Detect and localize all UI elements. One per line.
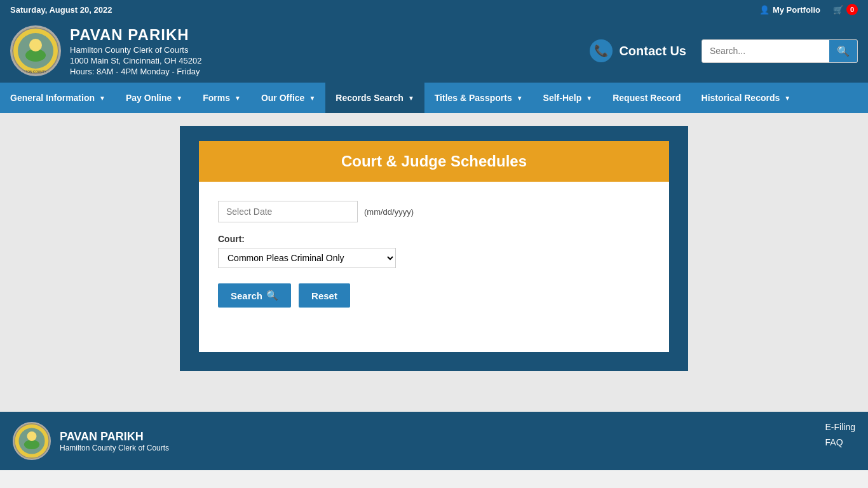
search-bar: 🔍 <box>702 39 858 63</box>
date-group: (mm/dd/yyyy) <box>218 201 650 222</box>
svg-text:HAMILTON COUNTY OHIO: HAMILTON COUNTY OHIO <box>16 70 56 74</box>
portfolio-link[interactable]: 👤 My Portfolio <box>759 5 820 15</box>
footer-logo <box>13 422 51 460</box>
svg-point-7 <box>24 440 39 449</box>
site-name: PAVAN PARIKH <box>70 26 201 44</box>
cart-badge: 0 <box>846 4 858 15</box>
footer-link-efiling[interactable]: E-Filing <box>825 422 855 432</box>
chevron-down-icon: ▼ <box>408 95 414 102</box>
nav-pay-online[interactable]: Pay Online ▼ <box>116 83 193 113</box>
footer-link-faq[interactable]: FAQ <box>825 437 855 447</box>
svg-point-8 <box>27 431 37 441</box>
portfolio-label: My Portfolio <box>773 5 820 15</box>
chevron-down-icon: ▼ <box>586 95 592 102</box>
btn-row: Search 🔍 Reset <box>218 283 650 308</box>
date-display: Saturday, August 20, 2022 <box>10 5 112 15</box>
reset-button[interactable]: Reset <box>299 283 350 308</box>
chevron-down-icon: ▼ <box>784 95 790 102</box>
footer-right: E-Filing FAQ <box>825 422 855 447</box>
main-content: Court & Judge Schedules (mm/dd/yyyy) Cou… <box>0 113 868 412</box>
date-format-hint: (mm/dd/yyyy) <box>364 207 414 217</box>
content-card: Court & Judge Schedules (mm/dd/yyyy) Cou… <box>180 126 688 371</box>
reset-button-label: Reset <box>311 290 337 301</box>
phone-icon: 📞 <box>590 39 613 62</box>
org-line1: Hamilton County Clerk of Courts <box>70 45 201 55</box>
nav-titles-passports[interactable]: Titles & Passports ▼ <box>424 83 533 113</box>
footer-left: PAVAN PARIKH Hamilton County Clerk of Co… <box>13 422 169 460</box>
footer-org-line: Hamilton County Clerk of Courts <box>60 444 169 452</box>
org-line3: Hours: 8AM - 4PM Monday - Friday <box>70 67 201 76</box>
chevron-down-icon: ▼ <box>234 95 241 102</box>
header: HAMILTON COUNTY OHIO PAVAN PARIKH Hamilt… <box>0 19 868 83</box>
org-line2: 1000 Main St, Cincinnati, OH 45202 <box>70 56 201 65</box>
footer-site-name: PAVAN PARIKH <box>60 430 169 444</box>
nav-our-office[interactable]: Our Office ▼ <box>251 83 325 113</box>
card-body: (mm/dd/yyyy) Court: Common Pleas Crimina… <box>199 182 669 333</box>
top-bar: Saturday, August 20, 2022 👤 My Portfolio… <box>0 0 868 19</box>
main-nav: General Information ▼ Pay Online ▼ Forms… <box>0 83 868 113</box>
contact-label: Contact Us <box>619 44 686 58</box>
svg-point-3 <box>29 39 42 51</box>
chevron-down-icon: ▼ <box>176 95 182 102</box>
nav-self-help[interactable]: Self-Help ▼ <box>533 83 603 113</box>
footer-title: PAVAN PARIKH Hamilton County Clerk of Co… <box>60 430 169 452</box>
footer: PAVAN PARIKH Hamilton County Clerk of Co… <box>0 412 868 470</box>
search-input[interactable] <box>702 41 829 61</box>
search-btn-icon: 🔍 <box>266 290 278 301</box>
nav-forms[interactable]: Forms ▼ <box>193 83 251 113</box>
court-group: Court: Common Pleas Criminal Only Common… <box>218 234 650 268</box>
header-right: 📞 Contact Us 🔍 <box>590 39 858 63</box>
date-input[interactable] <box>218 201 358 222</box>
court-select[interactable]: Common Pleas Criminal Only Common Pleas … <box>218 248 396 268</box>
nav-request-record[interactable]: Request Record <box>602 83 691 113</box>
header-title: PAVAN PARIKH Hamilton County Clerk of Co… <box>70 26 201 76</box>
chevron-down-icon: ▼ <box>99 95 105 102</box>
nav-historical-records[interactable]: Historical Records ▼ <box>691 83 801 113</box>
contact-us[interactable]: 📞 Contact Us <box>590 39 686 62</box>
search-icon-button[interactable]: 🔍 <box>829 40 857 62</box>
header-left: HAMILTON COUNTY OHIO PAVAN PARIKH Hamilt… <box>10 25 201 76</box>
logo: HAMILTON COUNTY OHIO <box>10 25 61 76</box>
nav-records-search[interactable]: Records Search ▼ <box>325 83 424 113</box>
search-button[interactable]: Search 🔍 <box>218 283 291 308</box>
chevron-down-icon: ▼ <box>309 95 315 102</box>
cart-icon: 🛒 <box>833 5 843 15</box>
court-label: Court: <box>218 234 650 244</box>
nav-general-information[interactable]: General Information ▼ <box>0 83 116 113</box>
card-title: Court & Judge Schedules <box>199 141 669 182</box>
chevron-down-icon: ▼ <box>517 95 523 102</box>
user-icon: 👤 <box>759 5 770 15</box>
cart-link[interactable]: 🛒 0 <box>833 4 858 15</box>
search-button-label: Search <box>231 290 262 301</box>
top-bar-right: 👤 My Portfolio 🛒 0 <box>759 4 858 15</box>
